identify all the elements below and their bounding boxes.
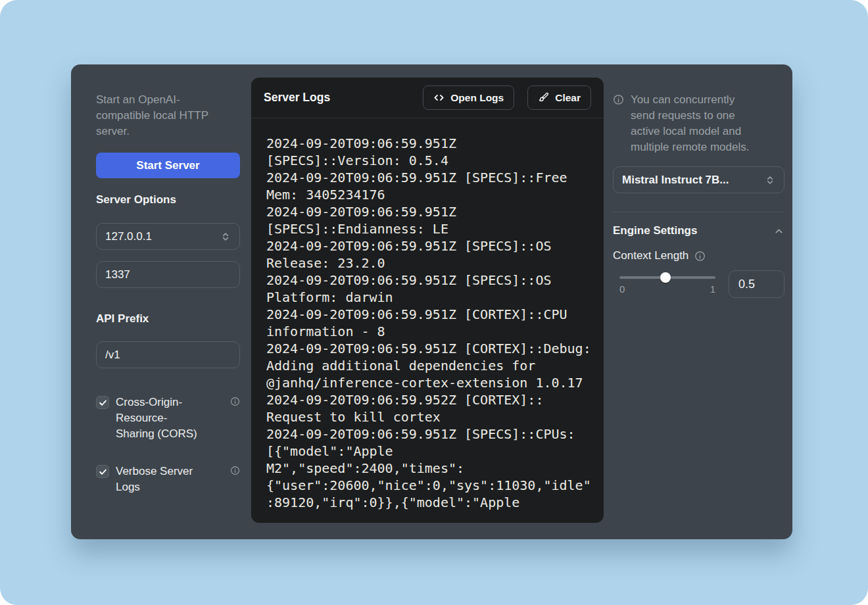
slider-min-label: 0 [619, 283, 625, 295]
api-prefix-heading: API Prefix [96, 312, 240, 326]
concurrency-note-line: You can concurrently [631, 92, 749, 108]
cors-info-icon[interactable] [230, 397, 240, 406]
api-prefix-input[interactable] [96, 341, 240, 368]
host-select-value: 127.0.0.1 [105, 230, 152, 243]
context-length-slider[interactable] [619, 276, 715, 279]
verbose-logs-setting-row: Verbose ServerLogs [96, 464, 240, 495]
engine-settings-toggle[interactable]: Engine Settings [613, 224, 784, 237]
concurrency-note-line: multiple remote models. [631, 139, 749, 155]
chevron-up-down-icon [765, 175, 775, 185]
log-output: 2024-09-20T09:06:59.951Z [SPECS]::Versio… [266, 135, 591, 511]
server-options-heading: Server Options [96, 193, 240, 206]
open-logs-button-label: Open Logs [450, 92, 504, 104]
chevron-up-icon [773, 226, 784, 237]
log-line: 2024-09-20T09:06:59.951Z [SPECS]::Free M… [266, 169, 591, 203]
cors-label-line: Cross-Origin- [116, 395, 225, 410]
log-line: 2024-09-20T09:06:59.951Z [SPECS]::Versio… [266, 135, 591, 169]
log-line: 2024-09-20T09:06:59.951Z [SPECS]::Endian… [266, 203, 591, 237]
log-line: 2024-09-20T09:06:59.951Z [CORTEX]::Debug… [266, 340, 591, 391]
cors-setting-row: Cross-Origin-Resource-Sharing (CORS) [96, 395, 240, 442]
slider-max-label: 1 [710, 283, 715, 295]
context-length-slider-area: 0 1 [613, 270, 718, 295]
model-select-value: Mistral Instruct 7B... [622, 174, 729, 187]
verbose-logs-info-icon[interactable] [230, 466, 240, 475]
verbose-logs-checkbox[interactable] [96, 465, 109, 478]
cors-checkbox[interactable] [96, 396, 109, 409]
verbose-logs-label-line: Verbose Server [116, 464, 225, 479]
server-config-column: Start an OpenAI-compatible local HTTPser… [96, 64, 240, 495]
server-logs-header: Server Logs Open Logs [251, 78, 604, 118]
server-intro-line: compatible local HTTP [96, 108, 240, 124]
log-line: 2024-09-20T09:06:59.951Z [CORTEX]::CPU i… [266, 306, 591, 340]
server-intro-text: Start an OpenAI-compatible local HTTPser… [96, 92, 240, 139]
check-icon [99, 399, 107, 407]
log-line: 2024-09-20T09:06:59.951Z [SPECS]::CPUs: … [266, 425, 591, 511]
server-logs-panel: Server Logs Open Logs [251, 78, 604, 523]
host-select[interactable]: 127.0.0.1 [96, 223, 240, 250]
engine-settings-heading: Engine Settings [613, 224, 697, 237]
server-intro-line: Start an OpenAI- [96, 92, 240, 108]
server-logs-title: Server Logs [264, 91, 330, 105]
check-icon [99, 468, 107, 476]
open-logs-button[interactable]: Open Logs [423, 85, 514, 110]
cors-label-line: Resource- [116, 410, 225, 426]
concurrency-note-text: You can concurrentlysend requests to one… [631, 92, 749, 155]
concurrency-note: You can concurrentlysend requests to one… [613, 92, 784, 155]
server-intro-line: server. [96, 124, 240, 139]
context-length-info-icon[interactable] [694, 251, 706, 262]
verbose-logs-label-line: Logs [116, 479, 225, 495]
model-select[interactable]: Mistral Instruct 7B... [613, 166, 784, 193]
paintbrush-icon [538, 92, 549, 103]
local-server-panel: Start an OpenAI-compatible local HTTPser… [71, 64, 792, 539]
chevron-up-down-icon [220, 231, 231, 242]
cors-label-line: Sharing (CORS) [116, 426, 225, 442]
concurrency-note-line: send requests to one [631, 108, 749, 124]
code-icon [433, 92, 445, 103]
page-background: Start an OpenAI-compatible local HTTPser… [0, 0, 868, 605]
port-input[interactable] [96, 261, 240, 288]
log-line: 2024-09-20T09:06:59.951Z [SPECS]::OS Rel… [266, 237, 591, 272]
clear-logs-button-label: Clear [555, 92, 581, 104]
context-length-value-input[interactable] [729, 270, 784, 298]
log-line: 2024-09-20T09:06:59.951Z [SPECS]::OS Pla… [266, 272, 591, 306]
cors-label: Cross-Origin-Resource-Sharing (CORS) [116, 395, 225, 442]
note-info-icon [613, 94, 624, 105]
log-output-area[interactable]: 2024-09-20T09:06:59.951Z [SPECS]::Versio… [251, 118, 604, 522]
context-length-slider-thumb[interactable] [660, 272, 671, 283]
clear-logs-button[interactable]: Clear [527, 85, 591, 110]
start-server-button[interactable]: Start Server [96, 153, 240, 178]
concurrency-note-line: active local model and [631, 124, 749, 139]
context-length-control: 0 1 [613, 270, 784, 298]
verbose-logs-label: Verbose ServerLogs [116, 464, 225, 495]
engine-settings-divider [613, 212, 784, 212]
context-length-label: Context Length [613, 249, 688, 262]
context-length-row: Context Length [613, 249, 784, 262]
log-line: 2024-09-20T09:06:59.952Z [CORTEX]:: Requ… [266, 391, 591, 425]
slider-range-labels: 0 1 [619, 283, 715, 295]
model-settings-column: You can concurrentlysend requests to one… [613, 64, 784, 298]
server-logs-actions: Open Logs Clear [423, 85, 591, 110]
